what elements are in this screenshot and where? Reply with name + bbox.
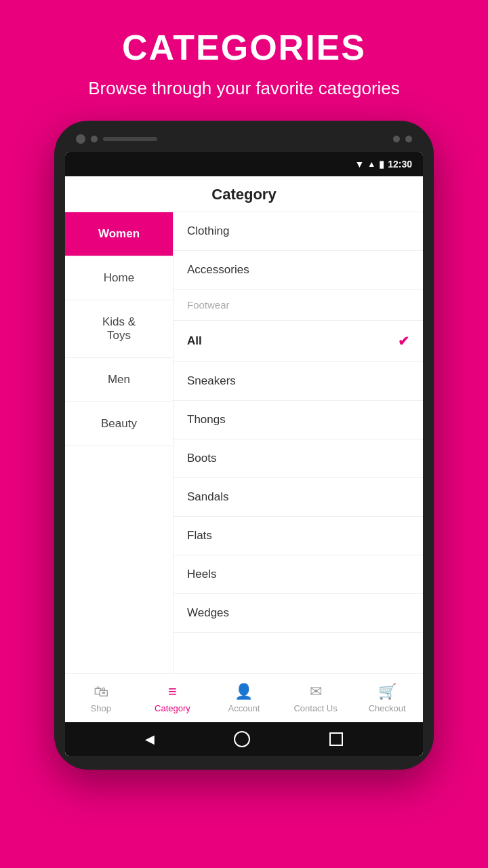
app-title: Category (211, 186, 276, 203)
category-wedges[interactable]: Wedges (174, 594, 423, 633)
nav-account[interactable]: 👤 Account (208, 674, 280, 722)
promo-title: CATEGORIES (14, 27, 474, 68)
nav-category[interactable]: ≡ Category (137, 674, 209, 722)
camera-dot-1 (76, 134, 85, 144)
nav-shop[interactable]: 🛍 Shop (65, 674, 137, 722)
category-flats[interactable]: Flats (174, 517, 423, 555)
sidebar-item-men[interactable]: Men (65, 358, 173, 402)
battery-icon: ▮ (379, 159, 384, 170)
status-icons: ▼ ▲ ▮ 12:30 (354, 159, 412, 170)
nav-shop-label: Shop (91, 703, 111, 713)
wifi-icon: ▼ (354, 159, 364, 170)
speaker-bar (103, 137, 157, 141)
category-heels[interactable]: Heels (174, 555, 423, 594)
contact-icon: ✉ (310, 683, 322, 701)
category-all-label: All (187, 334, 202, 348)
category-all[interactable]: All ✔ (174, 321, 423, 362)
shop-icon: 🛍 (94, 683, 108, 701)
nav-checkout[interactable]: 🛒 Checkout (351, 674, 423, 722)
right-sensors (393, 136, 412, 142)
status-time: 12:30 (388, 159, 412, 170)
phone-screen: ▼ ▲ ▮ 12:30 Category Women Home Kids &To… (65, 152, 423, 756)
camera-dot-2 (91, 136, 98, 142)
back-button[interactable]: ◀ (145, 732, 155, 747)
sidebar-item-home[interactable]: Home (65, 256, 173, 300)
category-sandals[interactable]: Sandals (174, 478, 423, 517)
category-boots[interactable]: Boots (174, 439, 423, 478)
sidebar: Women Home Kids &Toys Men Beauty (65, 212, 174, 673)
category-sneakers[interactable]: Sneakers (174, 362, 423, 401)
android-nav-bar: ◀ (65, 722, 423, 756)
account-icon: 👤 (235, 683, 253, 701)
promo-subtitle: Browse through your favorite categories (14, 76, 474, 100)
nav-account-label: Account (228, 703, 260, 713)
nav-contact[interactable]: ✉ Contact Us (280, 674, 352, 722)
recents-button[interactable] (329, 732, 343, 746)
bottom-nav: 🛍 Shop ≡ Category 👤 Account ✉ Contact Us… (65, 673, 423, 722)
sidebar-item-women[interactable]: Women (65, 212, 173, 256)
sidebar-item-beauty[interactable]: Beauty (65, 402, 173, 446)
home-button[interactable] (234, 731, 250, 747)
category-footwear-header: Footwear (174, 290, 423, 321)
category-icon: ≡ (168, 683, 177, 701)
nav-checkout-label: Checkout (369, 703, 406, 713)
status-bar: ▼ ▲ ▮ 12:30 (65, 152, 423, 176)
category-clothing[interactable]: Clothing (174, 212, 423, 251)
checkout-icon: 🛒 (378, 683, 396, 701)
check-icon: ✔ (398, 333, 409, 349)
sensor-dot-1 (393, 136, 400, 142)
category-accessories[interactable]: Accessories (174, 251, 423, 290)
category-thongs[interactable]: Thongs (174, 401, 423, 439)
category-list: Clothing Accessories Footwear All ✔ Snea… (174, 212, 423, 673)
sensor-dot-2 (405, 136, 412, 142)
promo-header: CATEGORIES Browse through your favorite … (0, 0, 488, 121)
category-layout: Women Home Kids &Toys Men Beauty Clothin… (65, 212, 423, 673)
camera-area (76, 134, 157, 144)
sidebar-item-kids-toys[interactable]: Kids &Toys (65, 300, 173, 358)
nav-category-label: Category (155, 703, 190, 713)
app-header: Category (65, 176, 423, 212)
phone-frame: ▼ ▲ ▮ 12:30 Category Women Home Kids &To… (54, 121, 434, 770)
nav-contact-label: Contact Us (293, 703, 337, 713)
phone-top-hardware (65, 134, 423, 152)
signal-icon: ▲ (367, 159, 375, 169)
